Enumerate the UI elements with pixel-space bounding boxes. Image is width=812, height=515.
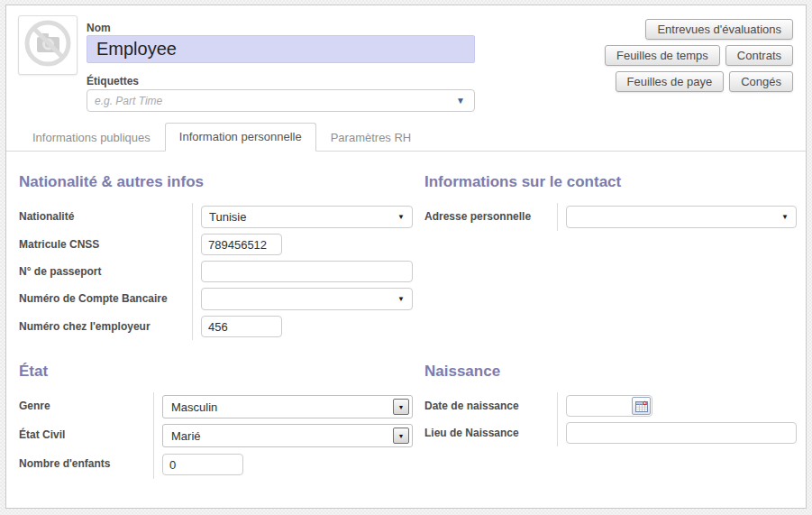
form-sheet: Nom Étiquettes e.g. Part Time ▼ Entrevue… <box>5 5 807 509</box>
field-label: Numéro de Compte Bancaire <box>19 285 192 313</box>
field-label: Nationalité <box>19 203 192 231</box>
home-address-select[interactable]: ▼ <box>566 206 797 228</box>
chevron-down-icon: ▼ <box>393 428 409 444</box>
chevron-down-icon[interactable]: ▼ <box>456 97 465 106</box>
nationality-select[interactable]: Tunisie ▼ <box>201 206 413 228</box>
tab-personal-info[interactable]: Information personnelle <box>165 123 316 152</box>
timesheets-button[interactable]: Feuilles de temps <box>605 45 720 66</box>
calendar-icon[interactable] <box>632 397 651 415</box>
selected-value: Masculin <box>171 400 217 414</box>
notebook-tabbar: Informations publiques Information perso… <box>6 125 806 152</box>
field-row: Nombre d'enfants <box>19 450 413 479</box>
contracts-button[interactable]: Contrats <box>725 45 793 66</box>
field-row: N° de passeport <box>19 258 413 285</box>
field-row: Genre Masculin ▼ <box>19 392 413 421</box>
leaves-button[interactable]: Congés <box>729 71 793 92</box>
field-row: Adresse personnelle ▼ <box>424 203 797 231</box>
section-status: État Genre Masculin ▼ État Civil Marié ▼… <box>19 363 413 479</box>
chevron-down-icon: ▼ <box>393 399 409 415</box>
tags-placeholder: e.g. Part Time <box>95 95 162 107</box>
field-row: Date de naissance <box>424 392 797 419</box>
section-title: Informations sur le contact <box>424 173 797 191</box>
field-row: Numéro de Compte Bancaire ▼ <box>19 285 413 313</box>
employee-name-input[interactable] <box>87 35 475 63</box>
evaluations-button[interactable]: Entrevues d'évaluations <box>645 19 793 40</box>
field-label: Adresse personnelle <box>424 203 557 231</box>
birthplace-input[interactable] <box>566 422 797 444</box>
section-title: Naissance <box>424 363 797 381</box>
section-title: État <box>19 363 413 381</box>
field-label: Date de naissance <box>424 392 557 419</box>
chevron-down-icon: ▼ <box>397 214 405 221</box>
cnss-number-input[interactable] <box>201 234 282 255</box>
no-camera-icon <box>23 18 73 72</box>
field-label: Genre <box>19 392 153 421</box>
field-row: Matricule CNSS <box>19 231 413 258</box>
field-label: Lieu de Naissance <box>424 419 557 446</box>
gender-select[interactable]: Masculin ▼ <box>162 395 413 418</box>
tab-hr-settings[interactable]: Paramètres RH <box>316 124 426 152</box>
section-title: Nationalité & autres infos <box>19 173 413 191</box>
payslips-button[interactable]: Feuilles de paye <box>616 71 725 92</box>
field-row: Numéro chez l'employeur <box>19 313 413 340</box>
chevron-down-icon: ▼ <box>781 214 789 221</box>
field-row: Nationalité Tunisie ▼ <box>19 203 413 231</box>
marital-status-select[interactable]: Marié ▼ <box>162 424 413 447</box>
bank-account-select[interactable]: ▼ <box>201 288 413 310</box>
field-label: Numéro chez l'employeur <box>19 313 192 340</box>
tags-select[interactable]: e.g. Part Time ▼ <box>87 89 475 112</box>
employer-number-input[interactable] <box>201 316 282 337</box>
section-birth: Naissance Date de naissance <box>424 363 797 446</box>
name-field-label: Nom <box>87 22 111 34</box>
passport-number-input[interactable] <box>201 261 413 282</box>
field-row: Lieu de Naissance <box>424 419 797 446</box>
chevron-down-icon: ▼ <box>397 296 405 303</box>
selected-value: Tunisie <box>209 210 246 224</box>
field-label: N° de passeport <box>19 258 192 285</box>
field-label: Nombre d'enfants <box>19 450 153 479</box>
employee-form-page: { "header": { "name_label": "Nom", "name… <box>0 0 812 515</box>
smart-buttons: Entrevues d'évaluations Feuilles de temp… <box>605 19 793 92</box>
field-label: État Civil <box>19 421 153 450</box>
children-count-input[interactable] <box>162 454 243 475</box>
employee-photo-placeholder[interactable] <box>18 15 78 75</box>
birthdate-field <box>566 395 652 417</box>
field-row: État Civil Marié ▼ <box>19 421 413 450</box>
field-label: Matricule CNSS <box>19 231 192 258</box>
tags-field-label: Étiquettes <box>87 75 139 87</box>
section-nationality: Nationalité & autres infos Nationalité T… <box>19 173 413 340</box>
tab-public-info[interactable]: Informations publiques <box>18 124 165 152</box>
section-contact: Informations sur le contact Adresse pers… <box>424 173 797 231</box>
selected-value: Marié <box>171 429 201 443</box>
